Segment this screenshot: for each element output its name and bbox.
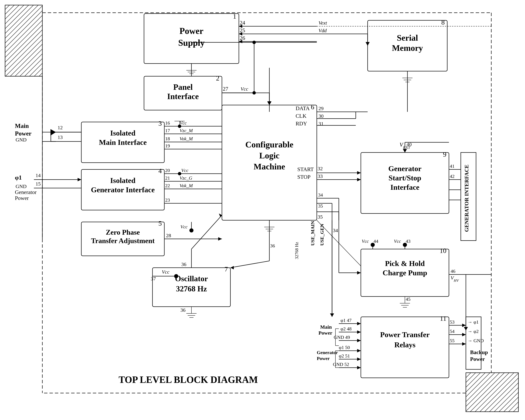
svg-text:Power: Power [179, 26, 203, 36]
svg-marker-135 [78, 178, 81, 181]
diagram-container: Power Supply 1 Panel Interface 2 Isolate… [0, 0, 525, 420]
svg-text:41: 41 [450, 163, 455, 169]
svg-text:Isolated: Isolated [110, 176, 135, 185]
svg-text:37: 37 [151, 276, 156, 281]
svg-text:Power: Power [470, 356, 485, 362]
svg-text:54: 54 [450, 329, 455, 334]
svg-marker-169 [218, 237, 222, 241]
svg-text:Vcc: Vcc [180, 224, 188, 229]
svg-text:TOP LEVEL BLOCK DIAGRAM: TOP LEVEL BLOCK DIAGRAM [119, 374, 258, 385]
svg-text:Vdd: Vdd [319, 28, 327, 33]
svg-rect-42 [361, 152, 449, 214]
svg-text:CLK: CLK [296, 113, 307, 119]
svg-text:Power: Power [319, 330, 332, 336]
svg-text:45: 45 [406, 297, 411, 302]
svg-text:DATA: DATA [296, 105, 310, 111]
svg-text:Generator: Generator [388, 165, 421, 173]
svg-text:Oscillator: Oscillator [175, 274, 208, 283]
svg-text:Vext: Vext [319, 20, 327, 26]
svg-marker-176 [403, 149, 407, 152]
svg-text:36: 36 [180, 307, 186, 313]
svg-line-112 [191, 215, 222, 249]
svg-text:42: 42 [450, 174, 455, 179]
svg-marker-272 [357, 271, 361, 274]
svg-text:4: 4 [158, 167, 162, 175]
svg-line-253 [230, 261, 269, 268]
svg-text:RDY: RDY [296, 121, 307, 127]
svg-text:6: 6 [311, 103, 314, 111]
svg-text:43: 43 [406, 239, 411, 244]
svg-marker-113 [219, 214, 222, 217]
svg-text:Vcc: Vcc [394, 239, 401, 244]
svg-text:28: 28 [166, 233, 171, 238]
svg-text:φ1: φ1 [15, 174, 22, 181]
svg-text:GENERATOR INTERFACE: GENERATOR INTERFACE [463, 165, 470, 232]
svg-text:34: 34 [333, 228, 338, 233]
svg-text:Panel: Panel [173, 83, 193, 92]
svg-point-279 [253, 41, 256, 44]
svg-text:12: 12 [58, 125, 63, 130]
svg-text:Vok_M: Vok_M [179, 183, 193, 188]
svg-text:USE_GEN: USE_GEN [319, 224, 325, 246]
diagram-svg: Power Supply 1 Panel Interface 2 Isolate… [0, 0, 525, 420]
svg-text:Vzc_G: Vzc_G [179, 175, 192, 181]
svg-text:35: 35 [318, 214, 323, 220]
svg-text:Isolated: Isolated [110, 129, 135, 137]
svg-text:Backup: Backup [470, 349, 488, 355]
svg-text:31: 31 [319, 121, 324, 126]
svg-marker-216 [357, 339, 361, 342]
svg-point-156 [178, 172, 181, 175]
svg-text:→ φ1: → φ1 [468, 319, 478, 325]
svg-text:44: 44 [374, 239, 378, 244]
svg-text:35: 35 [318, 203, 323, 209]
svg-text:Supply: Supply [178, 38, 205, 48]
svg-text:USE_MAIN: USE_MAIN [310, 221, 315, 246]
svg-marker-100 [357, 178, 361, 181]
svg-text:11: 11 [440, 315, 446, 322]
svg-text:53: 53 [450, 319, 455, 325]
svg-text:STOP: STOP [297, 174, 310, 180]
svg-text:25: 25 [240, 27, 245, 33]
svg-text:GND: GND [16, 184, 27, 189]
svg-text:Configurable: Configurable [245, 140, 293, 149]
svg-text:Charge Pump: Charge Pump [383, 269, 427, 277]
svg-marker-237 [462, 333, 466, 336]
svg-text:13: 13 [58, 134, 63, 140]
svg-text:21: 21 [165, 175, 170, 181]
svg-text:→ φ2: → φ2 [468, 329, 478, 334]
svg-text:GND: GND [16, 137, 27, 142]
svg-text:36: 36 [181, 261, 186, 267]
svg-marker-267 [330, 313, 334, 317]
svg-text:φ2 51: φ2 51 [339, 353, 350, 358]
svg-text:27: 27 [223, 86, 228, 92]
svg-text:VHV: VHV [451, 275, 459, 283]
svg-point-121 [174, 274, 178, 278]
svg-text:Relays: Relays [394, 341, 416, 349]
svg-text:8: 8 [441, 19, 445, 26]
svg-marker-254 [230, 266, 234, 269]
svg-text:Zero Phase: Zero Phase [106, 228, 140, 236]
svg-text:32: 32 [318, 166, 323, 171]
svg-text:Main: Main [15, 122, 29, 129]
svg-marker-213 [357, 330, 361, 334]
svg-text:Power: Power [15, 195, 29, 201]
svg-text:5: 5 [158, 220, 162, 227]
svg-text:30: 30 [319, 113, 324, 119]
svg-text:Interface: Interface [167, 92, 199, 101]
svg-text:16: 16 [165, 120, 170, 126]
svg-text:Generator: Generator [317, 350, 338, 355]
svg-text:Generator Interface: Generator Interface [91, 186, 155, 194]
svg-text:Interface: Interface [390, 183, 419, 191]
svg-text:φ1 47: φ1 47 [340, 318, 352, 323]
svg-text:Serial: Serial [397, 33, 418, 43]
svg-text:2: 2 [216, 74, 219, 82]
svg-marker-227 [357, 366, 361, 369]
svg-text:17: 17 [165, 128, 170, 133]
svg-text:1: 1 [233, 12, 236, 20]
svg-text:φ2 48: φ2 48 [340, 326, 352, 331]
svg-text:24: 24 [240, 20, 245, 26]
svg-rect-2 [466, 373, 518, 412]
svg-text:Transfer Adjustment: Transfer Adjustment [91, 237, 154, 245]
svg-text:46: 46 [451, 269, 455, 274]
svg-marker-224 [357, 357, 361, 361]
